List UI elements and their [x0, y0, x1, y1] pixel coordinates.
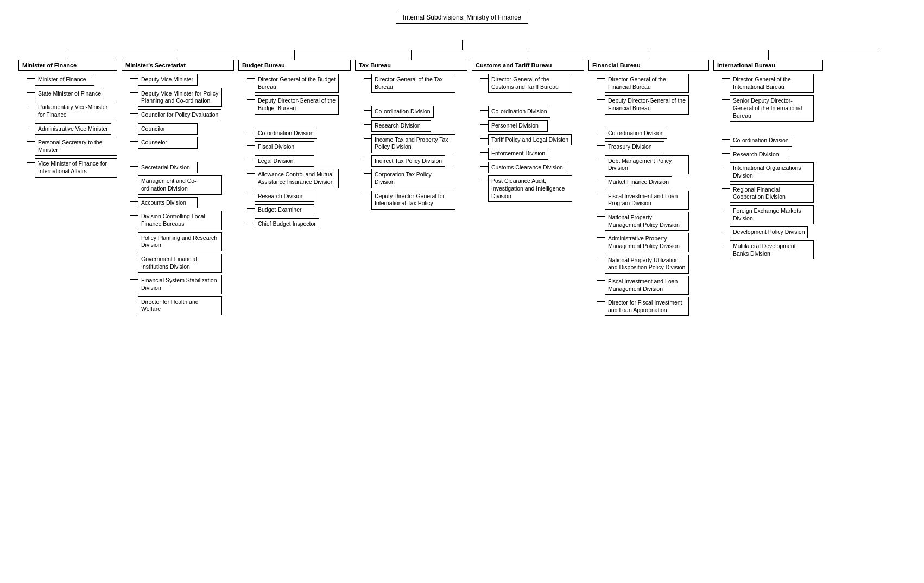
- node: Councilor: [138, 123, 198, 135]
- node: Co-ordination Division: [488, 106, 550, 118]
- customs-top-items: Director-General of the Customs and Tari…: [472, 74, 584, 93]
- list-item: National Property Management Policy Divi…: [597, 212, 709, 231]
- node: Research Division: [730, 149, 789, 161]
- list-item: Personnel Division: [480, 120, 584, 132]
- node: Treasury Division: [605, 141, 664, 153]
- node: National Property Management Policy Divi…: [605, 212, 689, 231]
- node: Director-General of the Tax Bureau: [371, 74, 455, 93]
- col-budget-header: Budget Bureau: [238, 60, 351, 71]
- list-item: Director-General of the Tax Bureau: [364, 74, 467, 93]
- node: Accounts Division: [138, 197, 198, 209]
- node: Director-General of the Customs and Tari…: [488, 74, 572, 93]
- list-item: Personal Secretary to the Minister: [27, 137, 117, 156]
- tax-bottom-items: Co-ordination Division Research Division…: [355, 106, 467, 210]
- node: Chief Budget Inspector: [255, 218, 319, 230]
- customs-bottom-items: Co-ordination Division Personnel Divisio…: [472, 106, 584, 202]
- node: Co-ordination Division: [371, 106, 434, 118]
- list-item: Director-General of the International Bu…: [722, 74, 823, 93]
- list-item: Deputy Vice Minister for Policy Planning…: [130, 88, 234, 107]
- col-secretariat-header: Minister's Secretariat: [122, 60, 234, 71]
- node: Co-ordination Division: [730, 135, 792, 147]
- node: Deputy Director-General for Internationa…: [371, 191, 455, 210]
- list-item: Income Tax and Property Tax Policy Divis…: [364, 134, 467, 153]
- node: Corporation Tax Policy Division: [371, 169, 455, 188]
- list-item: Fiscal Investment and Loan Program Divis…: [597, 191, 709, 210]
- list-item: Chief Budget Inspector: [247, 218, 351, 230]
- list-item: Customs Clearance Division: [480, 162, 584, 174]
- node: Management and Co-ordination Division: [138, 175, 222, 194]
- node: Fiscal Investment and Loan Program Divis…: [605, 191, 689, 210]
- node: Deputy Director-General of the Budget Bu…: [255, 95, 339, 114]
- col-international-header: International Bureau: [713, 60, 823, 71]
- international-top-items: Director-General of the International Bu…: [713, 74, 823, 122]
- node: Fiscal Division: [255, 141, 314, 153]
- list-item: Co-ordination Division: [364, 106, 467, 118]
- node: Minister of Finance: [35, 74, 94, 86]
- col-international: International Bureau Director-General of…: [711, 50, 825, 262]
- node: Policy Planning and Research Division: [138, 232, 222, 251]
- financial-bottom-items: Co-ordination Division Treasury Division…: [588, 128, 709, 316]
- col-tax-header: Tax Bureau: [355, 60, 467, 71]
- list-item: Deputy Director-General for Internationa…: [364, 191, 467, 210]
- list-item: Deputy Director-General of the Budget Bu…: [247, 95, 351, 114]
- list-item: Minister of Finance: [27, 74, 117, 86]
- node: Deputy Vice Minister for Policy Planning…: [138, 88, 222, 107]
- node: Personal Secretary to the Minister: [35, 137, 117, 156]
- budget-top-items: Director-General of the Budget Bureau De…: [238, 74, 351, 115]
- node: Income Tax and Property Tax Policy Divis…: [371, 134, 455, 153]
- list-item: Market Finance Division: [597, 176, 709, 188]
- node: Post Clearance Audit, Investigation and …: [488, 175, 572, 202]
- node: Personnel Division: [488, 120, 548, 132]
- list-item: Director-General of the Budget Bureau: [247, 74, 351, 93]
- org-chart-container: Internal Subdivisions, Ministry of Finan…: [11, 11, 913, 318]
- list-item: Policy Planning and Research Division: [130, 232, 234, 251]
- list-item: Multilateral Development Banks Division: [722, 240, 823, 259]
- list-item: National Property Utilization and Dispos…: [597, 255, 709, 274]
- node: Director-General of the International Bu…: [730, 74, 814, 93]
- list-item: Fiscal Investment and Loan Management Di…: [597, 276, 709, 295]
- col-customs: Customs and Tariff Bureau Director-Gener…: [470, 50, 586, 204]
- list-item: Research Division: [364, 120, 467, 132]
- list-item: Co-ordination Division: [247, 128, 351, 140]
- list-item: Vice Minister of Finance for Internation…: [27, 158, 117, 177]
- node: Deputy Director-General of the Financial…: [605, 95, 689, 114]
- financial-top-items: Director-General of the Financial Bureau…: [588, 74, 709, 115]
- list-item: Accounts Division: [130, 197, 234, 209]
- list-item: State Minister of Finance: [27, 88, 117, 100]
- node: Deputy Vice Minister: [138, 74, 198, 86]
- list-item: Parliamentary Vice-Minister for Finance: [27, 102, 117, 121]
- node: Development Policy Division: [730, 226, 808, 238]
- budget-bottom-items: Co-ordination Division Fiscal Division L…: [238, 128, 351, 230]
- col-budget: Budget Bureau Director-General of the Bu…: [236, 50, 353, 232]
- list-item: Budget Examiner: [247, 204, 351, 216]
- node: Senior Deputy Director-General of the In…: [730, 95, 814, 122]
- list-item: Deputy Vice Minister: [130, 74, 234, 86]
- node: Budget Examiner: [255, 204, 314, 216]
- list-item: Director-General of the Customs and Tari…: [480, 74, 584, 93]
- list-item: Administrative Vice Minister: [27, 123, 117, 135]
- minister-items: Minister of Finance State Minister of Fi…: [18, 74, 117, 178]
- node: Foreign Exchange Markets Division: [730, 205, 814, 224]
- col-customs-header: Customs and Tariff Bureau: [472, 60, 584, 71]
- col-financial: Financial Bureau Director-General of the…: [586, 50, 711, 318]
- node: Market Finance Division: [605, 176, 672, 188]
- list-item: Corporation Tax Policy Division: [364, 169, 467, 188]
- node: Director for Health and Welfare: [138, 296, 222, 315]
- node: Director for Fiscal Investment and Loan …: [605, 297, 689, 316]
- node: Financial System Stabilization Division: [138, 275, 222, 294]
- node: Director-General of the Budget Bureau: [255, 74, 339, 93]
- node: Regional Financial Cooperation Division: [730, 184, 814, 203]
- col-minister-header: Minister of Finance: [18, 60, 117, 71]
- chart-title: Internal Subdivisions, Ministry of Finan…: [396, 11, 528, 24]
- list-item: Senior Deputy Director-General of the In…: [722, 95, 823, 122]
- list-item: Management and Co-ordination Division: [130, 175, 234, 194]
- node: Fiscal Investment and Loan Management Di…: [605, 276, 689, 295]
- col-minister: Minister of Finance Minister of Finance …: [16, 50, 119, 180]
- tax-top-items: Director-General of the Tax Bureau: [355, 74, 467, 93]
- list-item: Counselor: [130, 137, 234, 149]
- list-item: Co-ordination Division: [722, 135, 823, 147]
- list-item: Director for Fiscal Investment and Loan …: [597, 297, 709, 316]
- list-item: Regional Financial Cooperation Division: [722, 184, 823, 203]
- node: Research Division: [371, 120, 431, 132]
- list-item: Legal Division: [247, 155, 351, 167]
